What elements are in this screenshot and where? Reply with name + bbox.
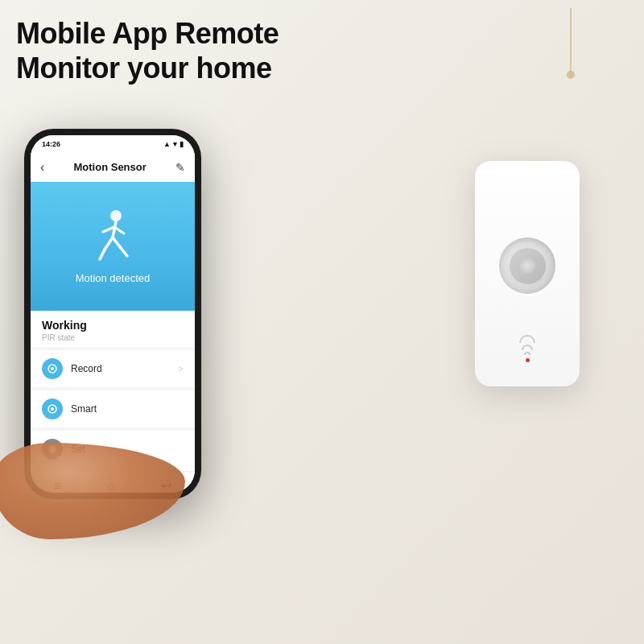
- svg-point-11: [51, 407, 54, 411]
- smart-label: Smart: [71, 403, 184, 415]
- phone-screen: 14:26 ▲ ▾ ▮ ‹ Motion Sensor ✎: [31, 135, 195, 493]
- svg-line-5: [100, 250, 105, 259]
- menu-item-record[interactable]: Record >: [31, 350, 195, 387]
- smart-icon: [47, 403, 58, 415]
- wifi-arcs: [519, 335, 535, 355]
- edit-button[interactable]: ✎: [175, 161, 185, 174]
- device-wrapper: [475, 161, 580, 386]
- motion-screen: Motion detected: [31, 182, 195, 311]
- sensor-inner: [510, 248, 546, 284]
- svg-line-1: [113, 221, 116, 237]
- battery-icon: ▮: [180, 140, 184, 148]
- back-button[interactable]: ‹: [40, 160, 44, 175]
- motion-person-icon: [89, 209, 137, 266]
- wifi-arc-small: [524, 352, 530, 355]
- svg-line-7: [121, 248, 127, 256]
- wifi-status-dot: [526, 358, 530, 362]
- svg-line-3: [114, 227, 124, 233]
- smart-icon-bg: [42, 398, 63, 419]
- status-bar: 14:26 ▲ ▾ ▮: [31, 135, 195, 153]
- sensor-dot: [519, 258, 535, 274]
- svg-line-6: [113, 237, 121, 248]
- wifi-arc-large: [519, 335, 535, 343]
- svg-line-4: [105, 237, 113, 250]
- decoration-ball: [567, 71, 575, 79]
- wifi-indicator: [519, 335, 535, 362]
- record-icon-bg: [42, 358, 63, 379]
- phone-wrapper: 14:26 ▲ ▾ ▮ ‹ Motion Sensor ✎: [24, 129, 201, 499]
- heading-line1: Mobile App Remote: [16, 17, 279, 50]
- app-header: ‹ Motion Sensor ✎: [31, 153, 195, 182]
- wifi-status-icon: ▾: [173, 140, 177, 148]
- app-title: Motion Sensor: [74, 161, 147, 173]
- heading-line2: Monitor your home: [16, 52, 272, 85]
- record-label: Record: [71, 363, 171, 374]
- working-subtitle: PIR state: [42, 333, 184, 342]
- motion-label: Motion detected: [76, 272, 151, 284]
- working-title: Working: [42, 319, 184, 332]
- status-icons: ▲ ▾ ▮: [163, 140, 184, 148]
- working-section: Working PIR state: [31, 311, 195, 347]
- signal-icon: ▲: [163, 140, 171, 148]
- record-icon: [47, 363, 58, 374]
- svg-point-0: [110, 210, 122, 221]
- wifi-arc-medium: [522, 345, 533, 350]
- status-time: 14:26: [42, 140, 60, 148]
- decoration-string: [570, 8, 572, 72]
- heading: Mobile App Remote Monitor your home: [16, 16, 279, 85]
- svg-point-9: [51, 367, 54, 370]
- sensor-circle: [499, 237, 555, 294]
- menu-item-smart[interactable]: Smart: [31, 390, 195, 427]
- motion-sensor-device: [475, 161, 580, 386]
- record-chevron: >: [179, 364, 184, 374]
